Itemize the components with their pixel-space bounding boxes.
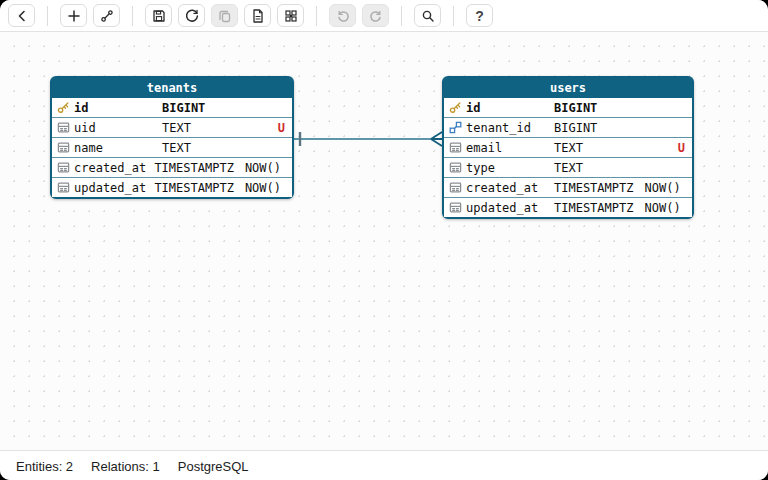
column-icon [57,121,70,134]
cardinality-many-crowfoot [431,132,442,146]
column-icon [449,181,462,194]
column-name: tenant_id [466,121,550,135]
search-icon [420,8,436,24]
column-type: BIGINT [554,121,597,135]
copy-button[interactable] [211,4,238,27]
copy-icon [217,8,233,24]
export-sql-icon [250,8,266,24]
column-default: NOW() [644,201,680,215]
unique-badge: U [678,141,685,155]
column-name: name [74,141,158,155]
column-row[interactable]: id BIGINT [52,98,292,117]
column-type: TEXT [162,121,191,135]
redo-icon [368,8,384,24]
column-icon [449,141,462,154]
diagram-canvas[interactable]: tenants id BIGINT uid TEXT U name TEXT [0,32,768,450]
column-name: created_at [466,181,550,195]
table-title[interactable]: tenants [52,78,292,98]
column-row[interactable]: uid TEXT U [52,117,292,137]
status-bar: Entities: 2 Relations: 1 PostgreSQL [0,450,768,480]
column-row[interactable]: tenant_id BIGINT [444,117,692,137]
entity-table-users[interactable]: users id BIGINT tenant_id BIGINT email T… [442,76,694,219]
sql-dialect: PostgreSQL [178,459,249,474]
column-row[interactable]: created_at TIMESTAMPTZ NOW() [52,157,292,177]
toolbar-separator [47,6,48,26]
column-name: updated_at [466,201,550,215]
reload-button[interactable] [178,4,205,27]
column-name: updated_at [74,181,150,195]
back-icon [14,8,30,24]
column-default: NOW() [644,181,680,195]
add-relation-button[interactable] [93,4,120,27]
column-type: TIMESTAMPTZ [554,201,633,215]
undo-button[interactable] [329,4,356,27]
column-type: BIGINT [162,101,205,115]
toolbar-separator [453,6,454,26]
column-type: BIGINT [554,101,597,115]
search-button[interactable] [414,4,441,27]
column-name: id [74,101,158,115]
column-icon [449,161,462,174]
primary-key-icon [57,101,70,114]
column-row[interactable]: id BIGINT [444,98,692,117]
save-button[interactable] [145,4,172,27]
column-default: NOW() [245,181,281,195]
foreign-key-icon [449,121,462,134]
erd-app-window: ? tenants id BIGINT uid TEXT U [0,0,768,480]
export-sql-button[interactable] [244,4,271,27]
layout-grid-icon [283,8,299,24]
column-name: uid [74,121,158,135]
add-table-icon [66,8,82,24]
column-name: type [466,161,550,175]
table-title[interactable]: users [444,78,692,98]
back-button[interactable] [8,4,35,27]
help-button[interactable]: ? [466,4,493,27]
layout-grid-button[interactable] [277,4,304,27]
redo-button[interactable] [362,4,389,27]
toolbar-separator [401,6,402,26]
unique-badge: U [278,121,285,135]
column-row[interactable]: name TEXT [52,137,292,157]
primary-key-icon [449,101,462,114]
entity-table-tenants[interactable]: tenants id BIGINT uid TEXT U name TEXT [50,76,294,199]
toolbar: ? [0,0,768,32]
undo-icon [335,8,351,24]
entities-count: Entities: 2 [16,459,73,474]
reload-icon [184,8,200,24]
column-type: TIMESTAMPTZ [554,181,633,195]
column-type: TEXT [554,141,583,155]
column-icon [57,181,70,194]
column-type: TEXT [554,161,583,175]
column-icon [57,161,70,174]
column-row[interactable]: email TEXT U [444,137,692,157]
column-name: email [466,141,550,155]
column-row[interactable]: created_at TIMESTAMPTZ NOW() [444,177,692,197]
save-icon [151,8,167,24]
column-type: TIMESTAMPTZ [154,181,233,195]
column-name: id [466,101,550,115]
toolbar-separator [316,6,317,26]
relations-count: Relations: 1 [91,459,160,474]
help-icon: ? [475,9,484,23]
column-icon [449,201,462,214]
toolbar-separator [132,6,133,26]
column-default: NOW() [245,161,281,175]
add-relation-icon [99,8,115,24]
add-table-button[interactable] [60,4,87,27]
column-icon [57,141,70,154]
column-row[interactable]: updated_at TIMESTAMPTZ NOW() [444,197,692,217]
column-row[interactable]: type TEXT [444,157,692,177]
column-row[interactable]: updated_at TIMESTAMPTZ NOW() [52,177,292,197]
column-type: TIMESTAMPTZ [154,161,233,175]
column-type: TEXT [162,141,191,155]
column-name: created_at [74,161,150,175]
